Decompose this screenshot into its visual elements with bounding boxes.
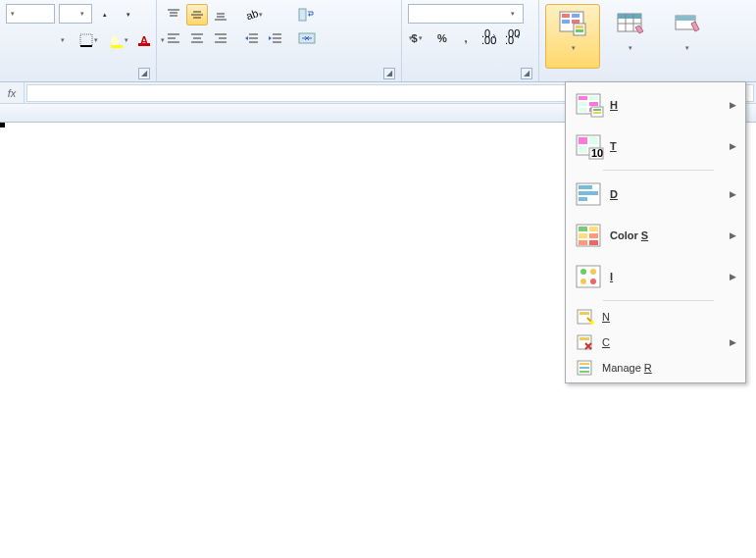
italic-button[interactable] [29,29,51,51]
conditional-formatting-button[interactable]: ▾ [545,4,600,69]
wrap-text-icon [299,8,315,22]
svg-rect-72 [579,227,587,231]
menu-data-bars[interactable]: D ▶ [568,174,743,215]
increase-font-button[interactable]: ▴ [94,4,116,25]
align-center-button[interactable] [186,27,208,49]
svg-rect-58 [593,109,601,111]
svg-rect-54 [589,102,598,106]
svg-rect-62 [589,137,598,144]
svg-rect-76 [579,240,587,245]
decrease-font-button[interactable]: ▾ [118,4,139,25]
align-left-button[interactable] [163,27,184,49]
decrease-decimal-button[interactable]: .00.0 [502,27,524,49]
conditional-formatting-menu: H ▶ 10 T ▶ D ▶ Color S ▶ I ▶ N C ▶ Manag… [565,81,746,383]
svg-rect-51 [579,96,587,100]
svg-rect-78 [577,266,600,287]
svg-point-79 [580,269,586,275]
number-format-combo[interactable]: ▾ [408,4,524,24]
svg-rect-42 [576,29,583,32]
svg-rect-63 [579,146,587,153]
group-alignment: ab▾ ▾ [157,0,402,81]
svg-rect-41 [576,25,583,28]
svg-rect-73 [589,227,598,231]
align-middle-button[interactable] [186,4,208,25]
cell-styles-button[interactable]: ▾ [660,4,715,69]
group-styles: ▾ ▾ ▾ [539,0,735,81]
color-scales-icon [575,222,602,249]
svg-rect-0 [80,34,92,46]
menu-manage-rules[interactable]: Manage R [568,355,743,380]
svg-rect-55 [579,108,587,112]
menu-clear-rules[interactable]: C ▶ [568,330,743,355]
clear-rules-icon [575,332,594,352]
svg-rect-36 [562,14,570,18]
cell-styles-icon [672,8,703,39]
insert-button-truncated[interactable] [717,4,730,43]
group-label-font: ◢ [6,77,150,81]
increase-indent-button[interactable] [265,27,286,49]
svg-point-85 [590,321,594,325]
increase-decimal-button[interactable]: .0.00 [479,27,500,49]
comma-format-button[interactable]: , [455,27,477,49]
menu-separator [603,170,714,171]
svg-rect-59 [593,112,601,114]
menu-icon-sets[interactable]: I ▶ [568,256,743,297]
decrease-indent-button[interactable] [241,27,263,49]
conditional-formatting-icon [557,8,588,39]
data-bars-icon [575,180,602,208]
svg-rect-61 [579,137,587,144]
svg-text:.00: .00 [481,34,496,46]
svg-point-82 [590,279,596,284]
new-rule-icon [575,307,594,327]
wrap-text-button[interactable] [294,4,402,25]
selection-border [0,123,4,127]
fill-handle[interactable] [0,123,5,127]
svg-rect-49 [676,16,695,21]
fx-icon[interactable]: fx [0,82,25,103]
svg-rect-69 [579,191,598,195]
svg-rect-90 [580,367,589,369]
align-right-button[interactable] [210,27,231,49]
svg-rect-2 [111,45,123,48]
svg-rect-89 [580,363,589,365]
underline-button[interactable]: ▾ [53,29,75,51]
svg-rect-91 [580,371,589,373]
svg-rect-53 [579,102,587,106]
svg-rect-38 [562,20,570,24]
menu-separator [603,300,714,301]
svg-text:.0: .0 [505,34,514,46]
font-dialog-launcher[interactable]: ◢ [138,68,150,79]
font-name-combo[interactable]: ▾ [6,4,55,24]
bold-button[interactable] [6,29,27,51]
font-size-combo[interactable]: ▾ [59,4,92,24]
svg-point-80 [590,269,596,275]
group-label-number: ◢ [408,77,532,81]
svg-rect-70 [579,197,587,201]
svg-rect-39 [572,20,580,24]
percent-format-button[interactable]: % [431,27,453,49]
orientation-button[interactable]: ab▾ [241,4,270,25]
format-as-table-button[interactable]: ▾ [602,4,657,69]
highlight-cells-icon [575,91,602,119]
menu-color-scales[interactable]: Color S ▶ [568,215,743,256]
icon-sets-icon [575,263,602,290]
number-dialog-launcher[interactable]: ◢ [521,68,532,79]
manage-rules-icon [575,358,594,378]
svg-rect-77 [589,240,598,245]
align-bottom-button[interactable] [210,4,231,25]
merge-icon [299,31,315,45]
svg-rect-29 [299,9,306,21]
align-top-button[interactable] [163,4,184,25]
fill-color-button[interactable]: ▾ [107,29,135,51]
svg-text:ab: ab [244,7,260,22]
accounting-format-button[interactable]: $▾ [408,27,429,49]
ribbon: ▾ ▾ ▴ ▾ ▾ ▾ ▾ A▾ ◢ [0,0,756,82]
svg-rect-84 [580,312,589,315]
alignment-dialog-launcher[interactable]: ◢ [383,68,395,79]
borders-button[interactable]: ▾ [76,29,105,51]
svg-rect-44 [618,14,641,19]
top-bottom-icon: 10 [575,132,602,160]
menu-top-bottom-rules[interactable]: 10 T ▶ [568,126,743,167]
menu-new-rule[interactable]: N [568,304,743,330]
menu-highlight-cells-rules[interactable]: H ▶ [568,84,743,126]
